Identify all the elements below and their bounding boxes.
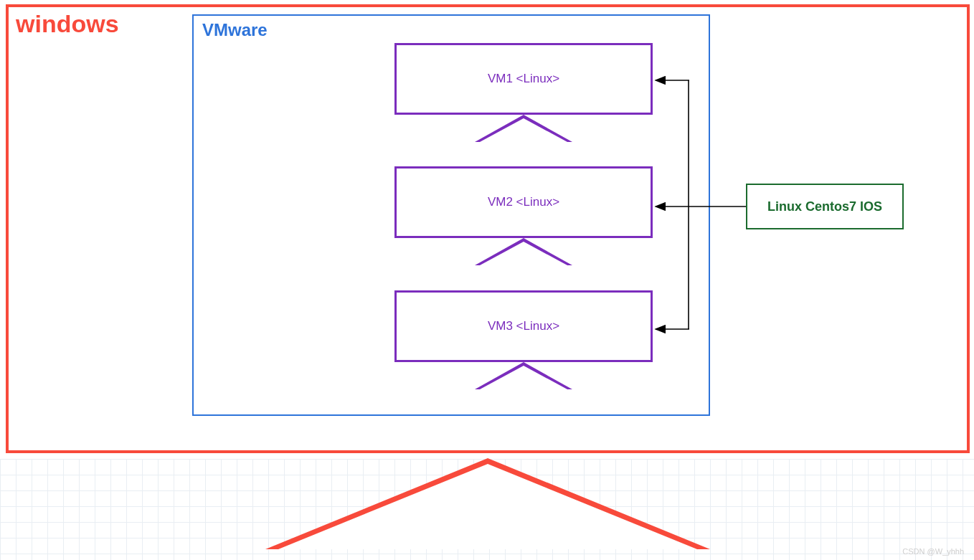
windows-monitor-stand xyxy=(265,458,710,549)
vm3-screen: VM3 <Linux> xyxy=(394,290,653,362)
iso-box: Linux Centos7 IOS xyxy=(746,184,904,229)
watermark: CSDN @W_yhhh xyxy=(902,547,964,556)
diagram-canvas: windows VMware VM1 <Linux> VM2 <Linux> V… xyxy=(0,0,974,560)
windows-stand-icon xyxy=(265,458,710,549)
vm1-label: VM1 <Linux> xyxy=(488,72,559,86)
vm1-stand-icon xyxy=(475,115,572,142)
vm2-screen: VM2 <Linux> xyxy=(394,166,653,238)
vm3-monitor: VM3 <Linux> xyxy=(394,290,653,398)
vm3-label: VM3 <Linux> xyxy=(488,319,559,333)
vm1-monitor: VM1 <Linux> xyxy=(394,43,653,151)
vm3-stand-icon xyxy=(475,362,572,389)
vm1-screen: VM1 <Linux> xyxy=(394,43,653,115)
iso-label: Linux Centos7 IOS xyxy=(767,199,882,214)
vm2-label: VM2 <Linux> xyxy=(488,195,559,209)
vmware-title: VMware xyxy=(202,20,268,40)
vm2-stand-icon xyxy=(475,238,572,265)
windows-title: windows xyxy=(16,10,119,38)
vm2-monitor: VM2 <Linux> xyxy=(394,166,653,274)
